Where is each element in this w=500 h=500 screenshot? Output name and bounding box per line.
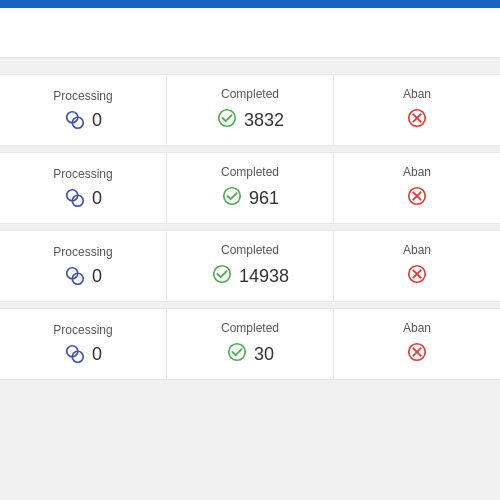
processing-value-4: 0: [92, 344, 102, 365]
completed-value-3: 14938: [239, 266, 289, 287]
processing-label-1: Processing: [53, 89, 112, 103]
abandoned-cell-1: Aban: [334, 75, 500, 145]
processing-label-3: Processing: [53, 245, 112, 259]
svg-point-20: [229, 344, 246, 361]
stat-row-3: Processing 0 Completed: [0, 230, 500, 302]
abandoned-label-1: Aban: [403, 87, 431, 101]
processing-value-row-1: 0: [64, 109, 102, 131]
abandoned-cell-4: Aban: [334, 309, 500, 379]
completed-label-3: Completed: [221, 243, 279, 257]
top-bar: [0, 0, 500, 8]
completed-cell-3: Completed 14938: [167, 231, 334, 301]
header-area: [0, 8, 500, 58]
completed-icon-3: [211, 263, 233, 289]
completed-value-4: 30: [254, 344, 274, 365]
completed-value-row-3: 14938: [211, 263, 289, 289]
abandoned-value-row-3: [406, 263, 428, 289]
svg-point-14: [214, 266, 231, 283]
completed-icon-1: [216, 107, 238, 133]
abandoned-label-3: Aban: [403, 243, 431, 257]
completed-label-1: Completed: [221, 87, 279, 101]
completed-icon-4: [226, 341, 248, 367]
content-area: Processing 0 Completed: [0, 58, 500, 396]
abandoned-icon-3: [406, 263, 428, 289]
abandoned-label-4: Aban: [403, 321, 431, 335]
svg-point-2: [219, 110, 236, 127]
completed-label-2: Completed: [221, 165, 279, 179]
processing-icon-2: [64, 187, 86, 209]
completed-value-row-2: 961: [221, 185, 279, 211]
completed-icon-2: [221, 185, 243, 211]
completed-cell-2: Completed 961: [167, 153, 334, 223]
completed-cell-1: Completed 3832: [167, 75, 334, 145]
processing-icon-4: [64, 343, 86, 365]
completed-value-row-1: 3832: [216, 107, 284, 133]
abandoned-icon-2: [406, 185, 428, 211]
stat-row-4: Processing 0 Completed: [0, 308, 500, 380]
completed-value-1: 3832: [244, 110, 284, 131]
abandoned-icon-4: [406, 341, 428, 367]
processing-value-row-3: 0: [64, 265, 102, 287]
abandoned-cell-3: Aban: [334, 231, 500, 301]
processing-cell-1: Processing 0: [0, 75, 167, 145]
stat-row-1: Processing 0 Completed: [0, 74, 500, 146]
processing-icon-3: [64, 265, 86, 287]
abandoned-icon-1: [406, 107, 428, 133]
abandoned-value-row-1: [406, 107, 428, 133]
svg-point-8: [224, 188, 241, 205]
abandoned-value-row-2: [406, 185, 428, 211]
processing-value-3: 0: [92, 266, 102, 287]
processing-value-row-4: 0: [64, 343, 102, 365]
processing-cell-2: Processing 0: [0, 153, 167, 223]
processing-cell-3: Processing 0: [0, 231, 167, 301]
abandoned-label-2: Aban: [403, 165, 431, 179]
stat-row-2: Processing 0 Completed: [0, 152, 500, 224]
processing-label-4: Processing: [53, 323, 112, 337]
completed-label-4: Completed: [221, 321, 279, 335]
processing-value-2: 0: [92, 188, 102, 209]
processing-value-1: 0: [92, 110, 102, 131]
abandoned-value-row-4: [406, 341, 428, 367]
completed-cell-4: Completed 30: [167, 309, 334, 379]
completed-value-2: 961: [249, 188, 279, 209]
processing-icon-1: [64, 109, 86, 131]
processing-value-row-2: 0: [64, 187, 102, 209]
completed-value-row-4: 30: [226, 341, 274, 367]
processing-cell-4: Processing 0: [0, 309, 167, 379]
processing-label-2: Processing: [53, 167, 112, 181]
abandoned-cell-2: Aban: [334, 153, 500, 223]
